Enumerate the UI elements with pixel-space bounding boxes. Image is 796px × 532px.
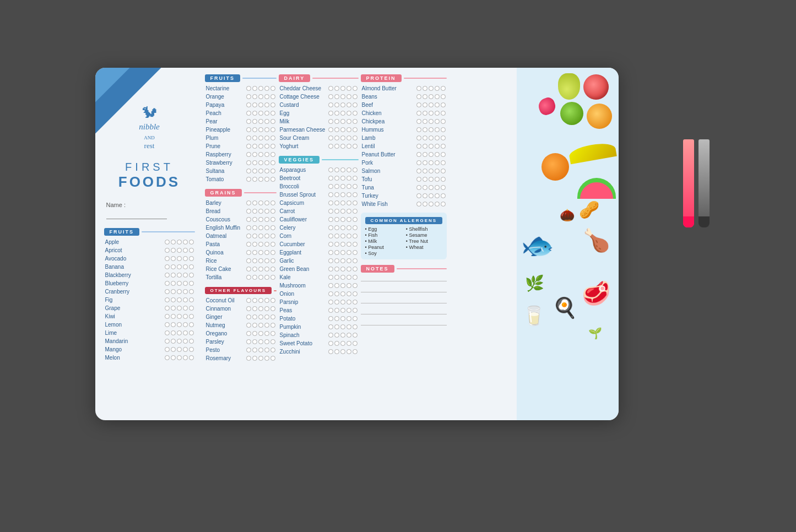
- notes-line: [397, 268, 447, 269]
- food-name: Ginger: [206, 313, 245, 321]
- list-item: Peach: [205, 109, 277, 117]
- left-fruits-header: FRUITS: [104, 228, 195, 236]
- circle: [416, 185, 421, 190]
- circle: [346, 308, 351, 313]
- circle: [177, 289, 182, 294]
- circle: [252, 169, 257, 173]
- circle: [334, 341, 339, 346]
- circle: [441, 169, 446, 173]
- circle: [340, 324, 345, 329]
- circle: [252, 144, 257, 149]
- circle: [429, 152, 434, 157]
- name-input-line[interactable]: [106, 211, 167, 219]
- circle: [189, 355, 194, 360]
- circle: [252, 209, 257, 214]
- circle: [340, 234, 345, 238]
- other-line: [274, 290, 276, 291]
- circle: [165, 339, 170, 344]
- circle: [353, 267, 358, 272]
- circle: [165, 347, 170, 352]
- food-name: Kiwi: [105, 312, 144, 321]
- circle: [264, 177, 269, 182]
- circle: [258, 356, 263, 361]
- circle: [252, 200, 257, 205]
- food-name: Mandarin: [105, 337, 144, 345]
- food-name: Cheddar Cheese: [280, 84, 322, 93]
- circle: [264, 200, 269, 205]
- circle: [429, 94, 434, 99]
- notes-lines: [361, 275, 447, 325]
- circle: [270, 323, 275, 328]
- list-item: Pork: [361, 159, 447, 167]
- list-item: Blueberry: [104, 279, 195, 287]
- circle: [183, 314, 188, 319]
- veggies-line: [322, 159, 358, 160]
- circle: [340, 209, 345, 214]
- food-name: Apple: [105, 238, 144, 246]
- food-name: Tortilla: [206, 273, 245, 281]
- circle: [346, 217, 351, 222]
- list-item: Brussel Sprout: [279, 191, 359, 199]
- circle: [353, 119, 358, 124]
- circle: [246, 127, 251, 132]
- list-item: Mango: [104, 345, 195, 354]
- circle: [435, 144, 440, 149]
- circle: [264, 298, 269, 303]
- circle: [328, 176, 333, 181]
- circle: [435, 111, 440, 116]
- circle: [334, 333, 339, 338]
- circle: [264, 94, 269, 99]
- note-line-2: [361, 286, 447, 292]
- food-name: Parsley: [206, 338, 245, 346]
- circle: [183, 289, 188, 294]
- circle: [165, 273, 170, 278]
- circle: [264, 209, 269, 214]
- circle: [328, 94, 333, 99]
- circle: [252, 234, 257, 238]
- circle: [435, 135, 440, 140]
- list-item: Ginger: [205, 313, 277, 321]
- list-item: Grape: [104, 304, 195, 312]
- circle: [165, 240, 170, 245]
- list-item: Broccoli: [279, 182, 359, 191]
- circle: [353, 144, 358, 149]
- food-name: Rice: [206, 257, 245, 265]
- circle: [258, 86, 263, 91]
- circle: [423, 152, 427, 157]
- list-item: White Fish: [361, 200, 447, 208]
- circle: [346, 127, 351, 132]
- list-item: Melon: [104, 354, 195, 362]
- circle: [328, 127, 333, 132]
- circle: [189, 248, 194, 253]
- other-list: Coconut OilCinnamonGingerNutmegOreganoPa…: [205, 296, 277, 362]
- circle: [340, 333, 345, 338]
- list-item: Celery: [279, 224, 359, 232]
- circle: [423, 86, 427, 91]
- circle: [270, 242, 275, 247]
- food-name: Cauliflower: [280, 215, 318, 224]
- circle: [177, 322, 182, 327]
- circle: [334, 102, 339, 107]
- circle: [270, 169, 275, 173]
- food-name: Parmesan Cheese: [280, 126, 326, 134]
- circle: [165, 264, 170, 269]
- list-item: Tuna: [361, 183, 447, 192]
- circle: [252, 267, 257, 272]
- grains-list: BarleyBreadCouscousEnglish MuffinOatmeal…: [205, 199, 277, 281]
- list-item: Apricot: [104, 246, 195, 254]
- circle: [258, 169, 263, 173]
- circle: [441, 185, 446, 190]
- circle: [270, 267, 275, 272]
- circle: [264, 160, 269, 165]
- dairy-section: DAIRY Cheddar CheeseCottage CheeseCustar…: [279, 73, 359, 150]
- circle: [346, 275, 351, 280]
- protein-list: Almond ButterBeansBeefChickenChickpeaHum…: [361, 84, 447, 208]
- circle: [171, 339, 176, 344]
- food-name: Capsicum: [280, 199, 318, 207]
- circle: [328, 275, 333, 280]
- circle: [189, 281, 194, 286]
- protein-section: PROTEIN Almond ButterBeansBeefChickenChi…: [361, 73, 447, 208]
- list-item: Spinach: [279, 331, 359, 339]
- list-item: Onion: [279, 290, 359, 298]
- circle: [340, 184, 345, 189]
